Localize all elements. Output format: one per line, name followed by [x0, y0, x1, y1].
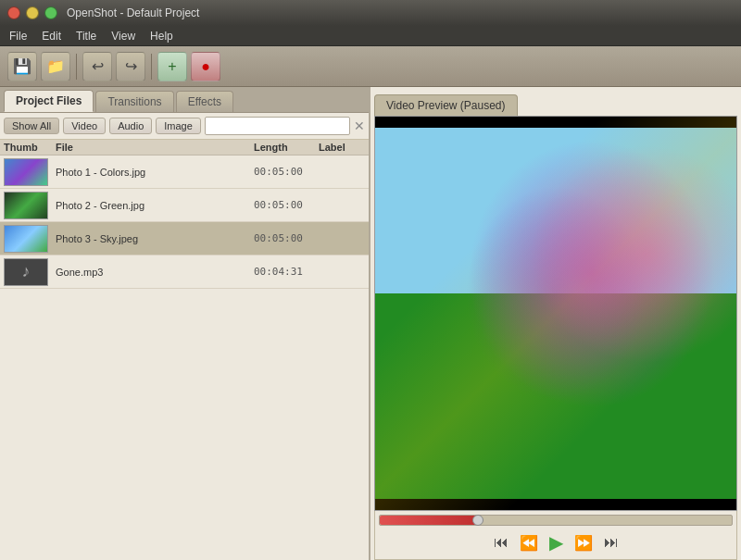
- table-row[interactable]: Photo 3 - Sky.jpeg 00:05:00: [0, 222, 369, 255]
- maximize-button[interactable]: [44, 6, 57, 19]
- playback-controls: ⏮ ⏪ ▶ ⏩ ⏭: [374, 511, 737, 560]
- filter-audio-button[interactable]: Audio: [109, 118, 152, 134]
- main-content: Project Files Transitions Effects Show A…: [0, 87, 741, 560]
- progress-bar[interactable]: [379, 515, 733, 526]
- save-button[interactable]: 💾: [7, 52, 37, 81]
- play-button[interactable]: ▶: [546, 529, 567, 555]
- search-clear-icon[interactable]: ✕: [354, 118, 365, 133]
- video-topbar: [375, 117, 736, 128]
- tab-transitions[interactable]: Transitions: [95, 91, 173, 112]
- close-button[interactable]: [7, 6, 20, 19]
- table-row[interactable]: Photo 2 - Green.jpg 00:05:00: [0, 189, 369, 222]
- file-thumbnail: [4, 158, 48, 186]
- add-icon: +: [168, 58, 176, 75]
- menu-edit[interactable]: Edit: [36, 28, 67, 44]
- menubar: File Edit Title View Help: [0, 26, 741, 46]
- search-input[interactable]: [205, 117, 350, 135]
- add-button[interactable]: +: [157, 52, 187, 81]
- forward-button[interactable]: ⏩: [571, 532, 597, 554]
- menu-title[interactable]: Title: [70, 28, 102, 44]
- record-button[interactable]: ●: [191, 52, 220, 81]
- playback-buttons: ⏮ ⏪ ▶ ⏩ ⏭: [379, 529, 733, 555]
- import-icon: 📁: [46, 57, 65, 75]
- filter-image-button[interactable]: Image: [156, 118, 201, 134]
- video-bottombar: [375, 499, 736, 510]
- main-toolbar: 💾 📁 ↩ ↪ + ●: [0, 46, 741, 87]
- progress-fill: [380, 516, 478, 525]
- toolbar-separator-2: [151, 54, 152, 80]
- file-thumbnail: ♪: [4, 258, 48, 286]
- window-title: OpenShot - Default Project: [67, 6, 199, 19]
- file-list-header: Thumb File Length Label: [0, 140, 369, 156]
- video-frame: [375, 117, 736, 510]
- rewind-start-button[interactable]: ⏮: [490, 532, 512, 553]
- file-thumbnail: [4, 225, 48, 253]
- filter-all-button[interactable]: Show All: [4, 118, 59, 134]
- filter-bar: Show All Video Audio Image ✕: [0, 113, 369, 140]
- tab-effects[interactable]: Effects: [176, 91, 233, 112]
- menu-view[interactable]: View: [106, 28, 141, 44]
- preview-tab[interactable]: Video Preview (Paused): [374, 94, 518, 116]
- menu-file[interactable]: File: [4, 28, 32, 44]
- filter-video-button[interactable]: Video: [63, 118, 106, 134]
- tab-project-files[interactable]: Project Files: [4, 90, 94, 112]
- redo-icon: ↪: [125, 57, 137, 75]
- file-thumbnail: [4, 192, 48, 219]
- save-icon: 💾: [13, 57, 31, 75]
- undo-button[interactable]: ↩: [82, 52, 112, 81]
- record-icon: ●: [201, 58, 210, 75]
- menu-help[interactable]: Help: [144, 28, 179, 44]
- minimize-button[interactable]: [26, 6, 39, 19]
- table-row[interactable]: ♪ Gone.mp3 00:04:31: [0, 255, 369, 289]
- video-preview[interactable]: [374, 116, 737, 511]
- tabs-bar: Project Files Transitions Effects: [0, 87, 369, 113]
- redo-button[interactable]: ↪: [116, 52, 145, 81]
- forward-end-button[interactable]: ⏭: [600, 532, 622, 553]
- file-list: Thumb File Length Label Photo 1 - Colors…: [0, 140, 369, 560]
- toolbar-separator: [76, 54, 77, 80]
- titlebar: OpenShot - Default Project: [0, 0, 741, 26]
- table-row[interactable]: Photo 1 - Colors.jpg 00:05:00: [0, 156, 369, 189]
- import-button[interactable]: 📁: [41, 52, 70, 81]
- rewind-button[interactable]: ⏪: [516, 532, 542, 554]
- right-panel: Video Preview (Paused) ⏮ ⏪ ▶ ⏩ ⏭: [370, 87, 741, 560]
- undo-icon: ↩: [92, 57, 104, 75]
- left-panel: Project Files Transitions Effects Show A…: [0, 87, 370, 560]
- progress-thumb: [472, 515, 484, 526]
